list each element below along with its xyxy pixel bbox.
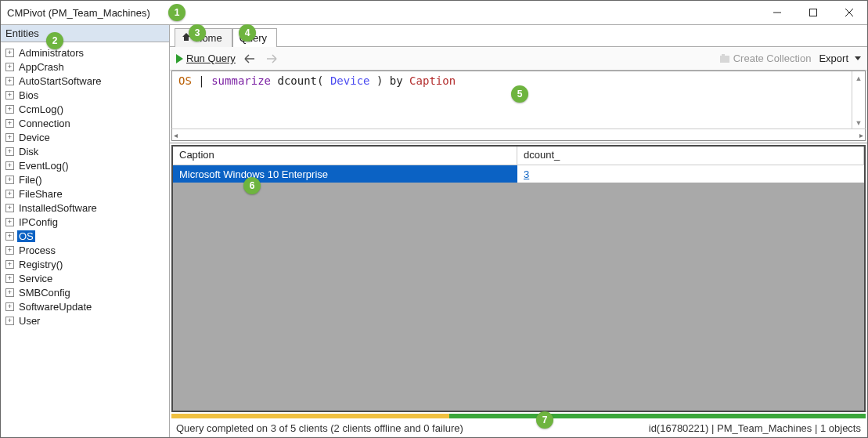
callout-2: 2 — [46, 32, 63, 49]
expand-icon[interactable]: + — [5, 232, 14, 241]
callout-4: 4 — [239, 24, 256, 42]
expand-icon[interactable]: + — [5, 133, 14, 142]
query-editor-wrap: OS | summarize dcount( Device ) by Capti… — [170, 71, 867, 143]
sidebar-item-label: Registry() — [17, 259, 64, 270]
expand-icon[interactable]: + — [5, 105, 14, 114]
tab-strip: Home Query — [170, 25, 867, 47]
sidebar-item-label: User — [17, 315, 41, 327]
sidebar-item-device[interactable]: +Device — [2, 130, 167, 144]
status-bar: Query completed on 3 of 5 clients (2 cli… — [170, 418, 867, 437]
sidebar-item-label: Process — [17, 244, 57, 256]
sidebar-item-label: Connection — [17, 118, 72, 129]
sidebar-item-autostartsoftware[interactable]: +AutoStartSoftware — [2, 74, 167, 88]
sidebar-item-file[interactable]: +File() — [2, 172, 167, 186]
sidebar-item-bios[interactable]: +Bios — [2, 88, 167, 102]
expand-icon[interactable]: + — [5, 204, 14, 212]
callout-3: 3 — [189, 24, 206, 42]
expand-icon[interactable]: + — [5, 260, 14, 269]
sidebar-item-connection[interactable]: +Connection — [2, 116, 167, 130]
entities-tree[interactable]: +Administrators+AppCrash+AutoStartSoftwa… — [1, 42, 169, 437]
export-button[interactable]: Export — [819, 52, 861, 64]
window-title: CMPivot (PM_Team_Machines) — [7, 7, 150, 19]
svg-rect-10 — [720, 56, 729, 63]
sidebar-item-appcrash[interactable]: +AppCrash — [2, 60, 167, 74]
close-button[interactable] — [831, 1, 867, 24]
expand-icon[interactable]: + — [5, 49, 14, 57]
sidebar-item-label: EventLog() — [17, 160, 70, 172]
sidebar-item-eventlog[interactable]: +EventLog() — [2, 158, 167, 172]
sidebar-item-disk[interactable]: +Disk — [2, 144, 167, 158]
expand-icon[interactable]: + — [5, 63, 14, 71]
sidebar-item-ccmlog[interactable]: +CcmLog() — [2, 102, 167, 116]
minimize-button[interactable] — [759, 1, 795, 24]
expand-icon[interactable]: + — [5, 246, 14, 255]
entities-panel: Entities +Administrators+AppCrash+AutoSt… — [1, 25, 170, 437]
callout-5: 5 — [511, 85, 528, 103]
svg-rect-11 — [722, 54, 725, 56]
sidebar-item-label: InstalledSoftware — [17, 202, 99, 214]
svg-rect-1 — [810, 9, 817, 16]
expand-icon[interactable]: + — [5, 302, 14, 311]
collection-icon — [719, 53, 730, 64]
run-query-label: Run Query — [186, 52, 236, 64]
app-window: 1 2 3 4 5 6 7 CMPivot (PM_Team_Machines)… — [0, 0, 868, 438]
sidebar-item-label: Device — [17, 132, 52, 143]
expand-icon[interactable]: + — [5, 274, 14, 283]
entities-header: Entities — [1, 25, 169, 42]
expand-icon[interactable]: + — [5, 119, 14, 128]
sidebar-item-user[interactable]: +User — [2, 313, 167, 328]
expand-icon[interactable]: + — [5, 288, 14, 297]
titlebar: CMPivot (PM_Team_Machines) — [1, 1, 867, 24]
grid-header: Caption dcount_ — [173, 147, 864, 165]
chevron-down-icon — [855, 56, 861, 60]
expand-icon[interactable]: + — [5, 190, 14, 198]
status-message: Query completed on 3 of 5 clients (2 cli… — [176, 422, 463, 434]
export-label: Export — [819, 52, 848, 64]
column-header-caption[interactable]: Caption — [173, 147, 517, 165]
sidebar-item-label: AutoStartSoftware — [17, 75, 103, 87]
sidebar-item-ipconfig[interactable]: +IPConfig — [2, 215, 167, 229]
expand-icon[interactable]: + — [5, 176, 14, 184]
sidebar-item-service[interactable]: +Service — [2, 271, 167, 285]
expand-icon[interactable]: + — [5, 161, 14, 170]
sidebar-item-label: Disk — [17, 146, 40, 157]
sidebar-item-fileshare[interactable]: +FileShare — [2, 186, 167, 201]
cell-dcount[interactable]: 3 — [517, 165, 864, 183]
window-controls — [759, 1, 867, 24]
callout-1: 1 — [168, 4, 185, 21]
sidebar-item-label: Service — [17, 273, 54, 284]
sidebar-item-label: CcmLog() — [17, 103, 65, 115]
cell-caption: Microsoft Windows 10 Enterprise — [173, 165, 517, 183]
expand-icon[interactable]: + — [5, 317, 14, 325]
sidebar-item-label: FileShare — [17, 188, 64, 200]
expand-icon[interactable]: + — [5, 218, 14, 226]
editor-horizontal-scrollbar[interactable]: ◂▸ — [171, 129, 866, 141]
sidebar-item-administrators[interactable]: +Administrators — [2, 45, 167, 60]
play-icon — [176, 54, 183, 63]
sidebar-item-os[interactable]: +OS — [2, 229, 167, 243]
create-collection-button[interactable]: Create Collection — [719, 52, 812, 64]
expand-icon[interactable]: + — [5, 77, 14, 85]
sidebar-item-smbconfig[interactable]: +SMBConfig — [2, 285, 167, 299]
column-header-dcount[interactable]: dcount_ — [517, 147, 864, 165]
expand-icon[interactable]: + — [5, 147, 14, 156]
nav-forward-button[interactable] — [265, 53, 279, 64]
editor-vertical-scrollbar[interactable]: ▴▾ — [852, 71, 865, 129]
sidebar-item-installedsoftware[interactable]: +InstalledSoftware — [2, 201, 167, 215]
expand-icon[interactable]: + — [5, 91, 14, 100]
results-grid: Caption dcount_ Microsoft Windows 10 Ent… — [171, 145, 866, 412]
callout-6: 6 — [243, 177, 261, 194]
query-toolbar: Run Query Create Collection Export — [170, 47, 867, 71]
table-row[interactable]: Microsoft Windows 10 Enterprise 3 — [173, 165, 864, 183]
sidebar-item-label: SMBConfig — [17, 287, 72, 299]
sidebar-item-process[interactable]: +Process — [2, 243, 167, 257]
sidebar-item-label: OS — [17, 230, 35, 242]
sidebar-item-label: File() — [17, 174, 44, 186]
sidebar-item-label: Bios — [17, 89, 40, 101]
nav-back-button[interactable] — [243, 53, 258, 64]
sidebar-item-label: AppCrash — [17, 61, 66, 73]
maximize-button[interactable] — [795, 1, 831, 24]
sidebar-item-softwareupdate[interactable]: +SoftwareUpdate — [2, 299, 167, 313]
sidebar-item-registry[interactable]: +Registry() — [2, 257, 167, 271]
run-query-button[interactable]: Run Query — [176, 52, 236, 64]
